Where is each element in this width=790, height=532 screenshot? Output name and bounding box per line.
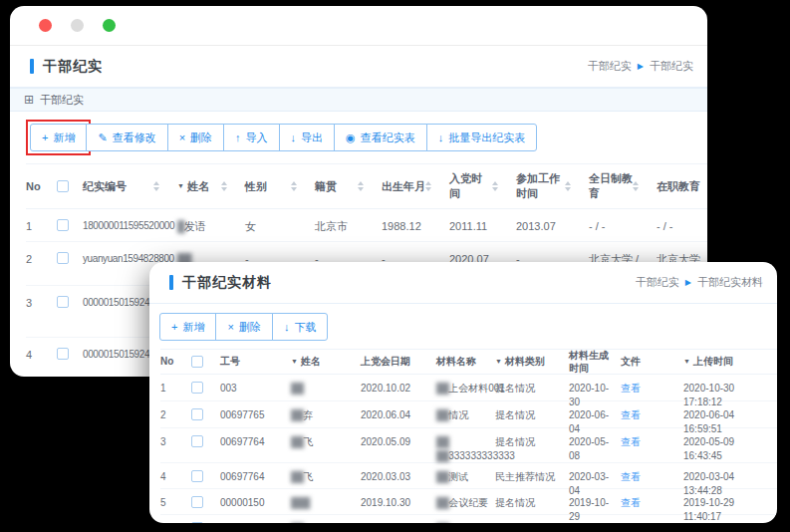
toolbar-button-import[interactable]: ↑导入 (223, 124, 280, 151)
cell-text: 测试 (448, 471, 468, 482)
column-label: 文件 (621, 355, 641, 369)
toolbar-button-batch-export-record-sheets[interactable]: ↓批量导出纪实表 (426, 124, 538, 151)
cell-text: 00000150 (220, 497, 265, 508)
toolbar-button-add[interactable]: +新增 (159, 313, 216, 341)
row-checkbox[interactable] (191, 470, 203, 482)
sort-carets-icon[interactable] (633, 181, 639, 191)
table-cell-meeting_date: 2019.10.30 (361, 496, 436, 510)
sort-carets-icon[interactable] (425, 181, 431, 191)
toolbar-button-download[interactable]: ↓下载 (272, 313, 329, 341)
cell-text: 2020-05-08 (569, 436, 609, 461)
row-checkbox[interactable] (191, 522, 203, 523)
row-checkbox[interactable] (191, 408, 203, 420)
row-checkbox[interactable] (57, 296, 69, 308)
table-header-cell-upload_time[interactable]: ▼上传时间 (683, 355, 777, 369)
maximize-window-button[interactable] (103, 19, 116, 32)
column-label: 材料类别 (505, 355, 545, 369)
row-checkbox[interactable] (57, 219, 69, 231)
toolbar-button-delete[interactable]: ×删除 (215, 313, 272, 341)
table-cell-material_name: ██测试 (436, 470, 495, 484)
toolbar-button-view-record-sheet[interactable]: ◉查看纪实表 (334, 124, 427, 151)
row-checkbox-cell (191, 382, 220, 398)
table-cell-file: 查看 (621, 435, 683, 449)
table-cell-no: 3 (160, 435, 191, 449)
close-window-button[interactable] (39, 19, 52, 32)
cell-text: 2020-06-04 (569, 409, 609, 434)
table-header-cell-onjob_education: 在职教育 (657, 179, 707, 194)
cell-text: 会议纪要 (448, 497, 488, 508)
breadcrumb-item[interactable]: 干部纪实 (588, 59, 632, 74)
upload-icon: ↑ (235, 133, 241, 143)
sort-carets-icon[interactable] (358, 181, 364, 191)
toolbar-button-add[interactable]: +新增 (30, 124, 87, 151)
view-file-link[interactable]: 查看 (621, 436, 641, 447)
page-header: 干部纪实 干部纪实 ▶ 干部纪实 (10, 46, 707, 88)
view-file-link[interactable]: 查看 (621, 497, 641, 508)
filter-icon[interactable]: ▼ (495, 357, 502, 366)
cell-text: 4 (26, 349, 32, 361)
table-cell-material_name: ██会议纪要 (436, 522, 495, 523)
view-file-link[interactable]: 查看 (621, 383, 641, 394)
row-checkbox[interactable] (57, 348, 69, 360)
toolbar-button-label: 下载 (294, 320, 316, 335)
sort-carets-icon[interactable] (291, 181, 297, 191)
toolbar-button-label: 新增 (182, 320, 204, 335)
row-checkbox[interactable] (191, 382, 203, 394)
sort-carets-icon[interactable] (221, 181, 227, 191)
table-header-cell-meeting_date: 上党会日期 (361, 355, 436, 369)
table-header-cell-record_id[interactable]: 纪实编号 (83, 179, 177, 194)
toolbar-button-label: 导出 (301, 131, 323, 145)
column-label: 上传时间 (693, 355, 733, 369)
row-checkbox[interactable] (191, 435, 203, 447)
table-cell-record_id: 180000011595520000 (83, 219, 177, 233)
filter-icon[interactable]: ▼ (683, 357, 690, 366)
cell-text: 2020-03-04 (569, 471, 609, 496)
table-header-cell-name[interactable]: ▼姓名 (291, 355, 361, 369)
row-checkbox[interactable] (57, 252, 69, 264)
view-file-link[interactable]: 查看 (621, 409, 641, 420)
page-title: 干部纪实 (43, 58, 103, 76)
column-label: 在职教育 (657, 179, 700, 194)
table-cell-employee_id: 003 (220, 382, 291, 396)
select-all-checkbox[interactable] (57, 180, 69, 192)
select-all-header-cell (191, 356, 220, 368)
table-cell-no: 1 (26, 219, 57, 234)
row-checkbox-cell (191, 435, 220, 451)
redacted-text: ██ (436, 497, 448, 508)
sort-carets-icon[interactable] (565, 181, 571, 191)
table-header-cell-material_type[interactable]: ▼材料类别 (495, 355, 569, 369)
filter-icon[interactable]: ▼ (177, 181, 184, 190)
table-cell-upload_time: 2020-03-04 13:44:28 (683, 470, 777, 497)
table-header-cell-name[interactable]: ▼姓名 (177, 179, 245, 194)
table-cell-no: 4 (160, 470, 191, 484)
breadcrumb-item-current: 干部纪实 (650, 59, 693, 74)
table-cell-generated_date: 2019-10-29 (569, 522, 621, 523)
cell-text: 1 (26, 220, 32, 232)
table-cell-file: 查看 (621, 522, 683, 523)
table-header-cell-party_join_date[interactable]: 入党时间 (449, 171, 516, 201)
cell-text: 4 (160, 471, 166, 482)
sort-carets-icon[interactable] (492, 181, 498, 191)
page-title: 干部纪实材料 (182, 274, 272, 292)
minimize-window-button[interactable] (71, 19, 84, 32)
view-file-link[interactable]: 查看 (621, 471, 641, 482)
table-header-cell-fulltime_education[interactable]: 全日制教育 (589, 171, 657, 201)
toolbar-button-view-edit[interactable]: ✎查看修改 (86, 124, 167, 151)
table-header-cell-native_place[interactable]: 籍贯 (315, 179, 382, 194)
select-all-checkbox[interactable] (191, 356, 203, 368)
table-cell-generated_date: 2020-06-04 (569, 408, 621, 435)
cell-text: 00697764 (220, 471, 265, 482)
table-header-cell-gender[interactable]: 性别 (245, 179, 315, 194)
column-label: 参加工作时间 (516, 171, 565, 201)
filter-icon[interactable]: ▼ (291, 357, 298, 366)
toolbar-button-delete[interactable]: ×删除 (167, 124, 224, 151)
column-label: 出生年月 (382, 179, 425, 194)
cell-text: 000001501592496 (83, 297, 159, 308)
sort-carets-icon[interactable] (153, 181, 159, 191)
row-checkbox[interactable] (191, 496, 203, 508)
table-header-cell-work_start_date[interactable]: 参加工作时间 (516, 171, 589, 201)
table-header-cell-birth_date[interactable]: 出生年月 (382, 179, 449, 194)
toolbar-button-export[interactable]: ↓导出 (279, 124, 336, 151)
cell-text: 民主推荐情况 (495, 471, 555, 482)
breadcrumb-item[interactable]: 干部纪实 (636, 275, 679, 290)
